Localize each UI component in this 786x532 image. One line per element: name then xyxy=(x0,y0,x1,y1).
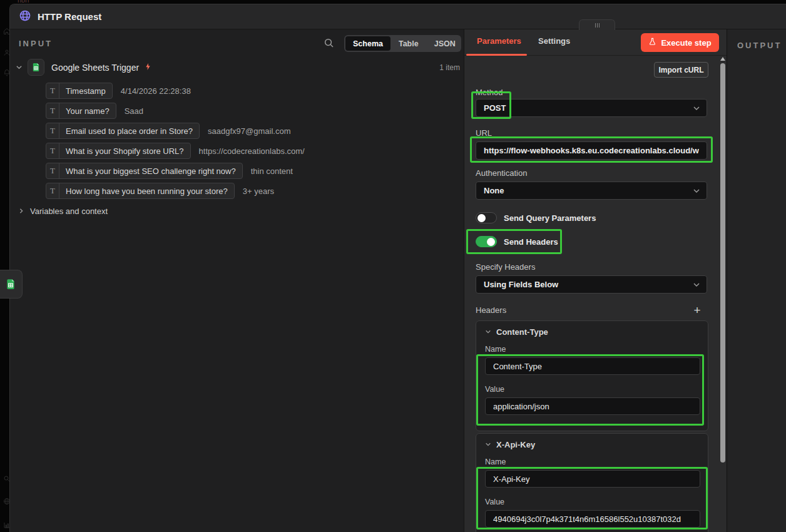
header-value-input[interactable] xyxy=(485,397,700,415)
send-query-parameters-toggle[interactable] xyxy=(476,212,497,223)
chevron-down-icon xyxy=(485,327,491,337)
authentication-select[interactable]: None xyxy=(476,182,707,200)
value-label: Value xyxy=(485,498,504,506)
field-pill[interactable]: TEmail used to place order in Store? xyxy=(46,123,200,139)
string-type-icon: T xyxy=(46,103,59,118)
scroll-up-arrow[interactable] xyxy=(720,57,725,61)
chevron-down-icon xyxy=(693,281,700,290)
page-title: HTTP Request xyxy=(38,11,101,22)
output-heading: OUTPUT xyxy=(737,41,782,50)
specify-headers-label: Specify Headers xyxy=(476,262,535,272)
field-pill[interactable]: THow long have you been running your sto… xyxy=(46,183,235,199)
search-icon[interactable] xyxy=(324,38,336,50)
trigger-node-row[interactable]: Google Sheets Trigger xyxy=(16,59,152,76)
send-headers-row: Send Headers xyxy=(476,236,558,247)
string-type-icon: T xyxy=(46,163,59,178)
chevron-down-icon[interactable] xyxy=(16,62,23,73)
google-sheets-node-tab[interactable] xyxy=(0,270,23,299)
string-type-icon: T xyxy=(46,143,59,158)
google-sheets-icon xyxy=(28,59,44,76)
google-sheets-icon xyxy=(5,279,16,290)
string-type-icon: T xyxy=(46,83,59,98)
field-pill[interactable]: TTimestamp xyxy=(46,83,113,99)
execute-step-button[interactable]: Execute step xyxy=(641,33,719,52)
header-value-input[interactable] xyxy=(485,510,700,528)
flask-icon xyxy=(648,38,656,48)
item-count: 1 item xyxy=(439,63,460,72)
panel-drag-handle[interactable] xyxy=(579,19,615,30)
specify-headers-select[interactable]: Using Fields Below xyxy=(476,275,707,294)
header-name-input[interactable] xyxy=(485,470,700,488)
input-panel: INPUT Schema Table JSON 1 item Google Sh… xyxy=(10,29,464,532)
tab-parameters[interactable]: Parameters xyxy=(477,36,521,46)
url-input[interactable] xyxy=(476,141,707,160)
field-value: 4/14/2026 22:28:38 xyxy=(121,86,191,96)
tab-table[interactable]: Table xyxy=(391,36,426,51)
name-label: Name xyxy=(485,345,506,354)
tab-json[interactable]: JSON xyxy=(427,36,463,51)
header-card-toggle[interactable]: X-Api-Key xyxy=(485,440,535,449)
url-label: URL xyxy=(476,128,492,138)
scrollbar[interactable] xyxy=(720,63,725,463)
output-panel: OUTPUT xyxy=(727,29,786,532)
authentication-label: Authentication xyxy=(476,168,527,178)
chevron-down-icon xyxy=(485,440,491,449)
schema-row: TWhat is your biggest SEO challenge righ… xyxy=(46,163,293,179)
screen: n8n HTTP Request INPUT xyxy=(0,0,786,532)
method-label: Method xyxy=(476,88,503,97)
schema-row: TWhat is your Shopify store URL? https:/… xyxy=(46,143,305,159)
schema-row: TEmail used to place order in Store? saa… xyxy=(46,123,291,139)
chevron-down-icon xyxy=(693,187,700,197)
schema-row: TYour name? Saad xyxy=(46,103,143,119)
header-card-content-type: Content-Type Name Value xyxy=(476,320,708,431)
header-card-toggle[interactable]: Content-Type xyxy=(485,327,548,337)
header-card-x-api-key: X-Api-Key Name Value xyxy=(476,433,708,532)
add-header-icon[interactable]: + xyxy=(690,303,705,318)
field-value: 3+ years xyxy=(243,187,274,196)
headers-label: Headers xyxy=(476,305,506,315)
chevron-down-icon xyxy=(693,105,700,114)
field-pill[interactable]: TWhat is your biggest SEO challenge righ… xyxy=(46,163,243,179)
field-pill[interactable]: TYour name? xyxy=(46,103,116,119)
field-value: https://codecreationlabs.com/ xyxy=(199,146,305,156)
field-pill[interactable]: TWhat is your Shopify store URL? xyxy=(46,143,191,159)
value-label: Value xyxy=(485,385,504,394)
field-value: saadgfx97@gmail.com xyxy=(208,126,290,136)
lightning-bolt-icon xyxy=(144,62,152,73)
active-tab-underline xyxy=(466,54,527,56)
send-headers-label: Send Headers xyxy=(504,237,558,247)
parameters-panel: Parameters Settings Execute step Import … xyxy=(464,29,727,532)
trigger-node-name: Google Sheets Trigger xyxy=(51,63,139,73)
method-select[interactable]: POST xyxy=(476,99,707,117)
tab-schema[interactable]: Schema xyxy=(345,36,390,51)
string-type-icon: T xyxy=(46,123,59,138)
view-mode-switcher: Schema Table JSON xyxy=(344,35,461,52)
name-label: Name xyxy=(485,458,506,466)
send-query-parameters-row: Send Query Parameters xyxy=(476,212,596,223)
header-name-input[interactable] xyxy=(485,357,700,375)
globe-icon xyxy=(19,9,31,24)
schema-row: TTimestamp 4/14/2026 22:28:38 xyxy=(46,83,191,99)
send-headers-toggle[interactable] xyxy=(476,236,497,247)
node-details-modal: HTTP Request INPUT Schema Table JSON 1 i… xyxy=(9,4,786,532)
field-value: thin content xyxy=(251,166,293,176)
schema-row: THow long have you been running your sto… xyxy=(46,183,274,199)
params-header: Parameters Settings Execute step xyxy=(464,29,727,56)
chevron-right-icon xyxy=(18,207,24,216)
import-curl-button[interactable]: Import cURL xyxy=(654,62,708,78)
tab-settings[interactable]: Settings xyxy=(538,36,570,46)
send-query-parameters-label: Send Query Parameters xyxy=(504,213,596,223)
string-type-icon: T xyxy=(46,183,59,198)
field-value: Saad xyxy=(125,106,143,116)
modal-titlebar: HTTP Request xyxy=(10,4,786,29)
input-heading: INPUT xyxy=(19,39,53,48)
variables-and-context-toggle[interactable]: Variables and context xyxy=(18,207,108,216)
